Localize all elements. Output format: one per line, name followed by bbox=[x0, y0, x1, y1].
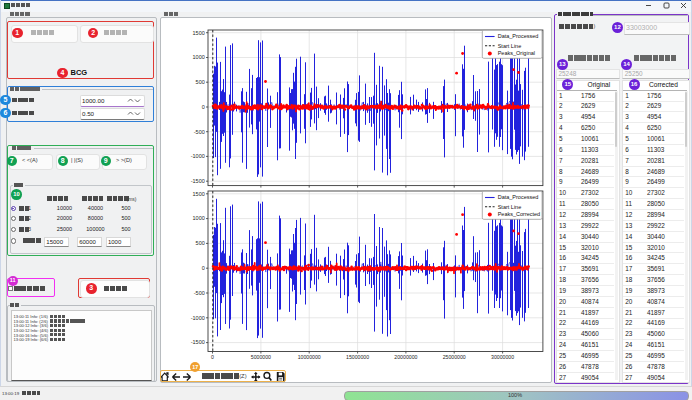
svg-text:1000: 1000 bbox=[193, 54, 205, 60]
svg-text:-1000: -1000 bbox=[191, 153, 205, 159]
svg-text:0: 0 bbox=[202, 104, 205, 110]
svg-text:500: 500 bbox=[196, 240, 205, 246]
svg-text:Data_Processed: Data_Processed bbox=[498, 194, 539, 200]
svg-text:1500: 1500 bbox=[193, 191, 205, 197]
svg-text:-1500: -1500 bbox=[191, 339, 205, 345]
svg-text:500: 500 bbox=[196, 79, 205, 85]
svg-text:25000000: 25000000 bbox=[443, 354, 466, 360]
svg-text:20000000: 20000000 bbox=[394, 354, 417, 360]
svg-text:Data_Processed: Data_Processed bbox=[498, 33, 539, 39]
svg-text:0: 0 bbox=[202, 265, 205, 271]
svg-text:-1500: -1500 bbox=[191, 178, 205, 184]
svg-text:Start Line: Start Line bbox=[498, 204, 522, 210]
svg-text:5000000: 5000000 bbox=[251, 354, 271, 360]
svg-text:10000000: 10000000 bbox=[298, 354, 321, 360]
svg-text:1500: 1500 bbox=[193, 30, 205, 36]
svg-text:Peaks_Original: Peaks_Original bbox=[498, 50, 535, 56]
svg-text:1000: 1000 bbox=[193, 215, 205, 221]
svg-text:Peaks_Corrected: Peaks_Corrected bbox=[498, 211, 541, 217]
svg-text:30000000: 30000000 bbox=[491, 354, 514, 360]
svg-text:-500: -500 bbox=[194, 290, 205, 296]
svg-text:Start Line: Start Line bbox=[498, 43, 522, 49]
svg-text:15000000: 15000000 bbox=[346, 354, 369, 360]
svg-text:0: 0 bbox=[211, 354, 214, 360]
svg-text:-500: -500 bbox=[194, 129, 205, 135]
svg-text:-1000: -1000 bbox=[191, 315, 205, 321]
